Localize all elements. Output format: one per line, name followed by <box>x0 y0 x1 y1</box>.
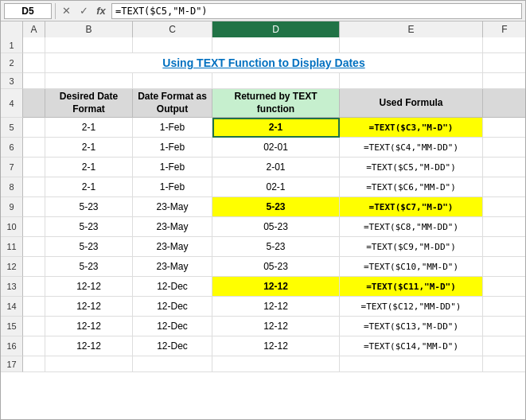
cell-c12[interactable]: 23-May <box>133 257 212 277</box>
row-header-9[interactable]: 9 <box>1 197 23 217</box>
cell-f13[interactable] <box>483 277 525 297</box>
cell-e4[interactable]: Used Formula <box>340 89 483 118</box>
cell-b6[interactable]: 2-1 <box>45 138 133 158</box>
row-header-1[interactable]: 1 <box>1 37 23 53</box>
cell-f9[interactable] <box>483 197 525 217</box>
cell-f7[interactable] <box>483 158 525 177</box>
cell-d15[interactable]: 12-12 <box>212 317 340 336</box>
cell-b1[interactable] <box>45 37 133 53</box>
cell-a17[interactable] <box>23 356 45 372</box>
cell-b8[interactable]: 2-1 <box>45 177 133 197</box>
row-header-4[interactable]: 4 <box>1 89 23 118</box>
cell-d11[interactable]: 5-23 <box>212 237 340 257</box>
cell-c16[interactable]: 12-Dec <box>133 336 212 356</box>
cell-a10[interactable] <box>23 217 45 237</box>
cell-f4[interactable] <box>483 89 525 118</box>
cell-c4[interactable]: Date Format as Output <box>133 89 212 118</box>
cancel-icon[interactable]: ✕ <box>59 4 73 18</box>
cell-c3[interactable] <box>133 73 212 89</box>
cell-b3[interactable] <box>45 73 133 89</box>
cell-d5[interactable]: 2-1 <box>212 118 340 138</box>
cell-b17[interactable] <box>45 356 133 372</box>
cell-d9[interactable]: 5-23 <box>212 197 340 217</box>
col-header-a[interactable]: A <box>23 21 45 37</box>
cell-c1[interactable] <box>133 37 212 53</box>
cell-a16[interactable] <box>23 336 45 356</box>
row-header-5[interactable]: 5 <box>1 118 23 138</box>
cell-f14[interactable] <box>483 297 525 317</box>
cell-d14[interactable]: 12-12 <box>212 297 340 317</box>
cell-d4[interactable]: Returned by TEXT function <box>212 89 340 118</box>
row-header-15[interactable]: 15 <box>1 317 23 336</box>
row-header-6[interactable]: 6 <box>1 138 23 158</box>
confirm-icon[interactable]: ✓ <box>76 4 91 18</box>
row-header-12[interactable]: 12 <box>1 257 23 277</box>
row-header-7[interactable]: 7 <box>1 158 23 177</box>
row-header-14[interactable]: 14 <box>1 297 23 317</box>
cell-a11[interactable] <box>23 237 45 257</box>
cell-c11[interactable]: 23-May <box>133 237 212 257</box>
cell-a2[interactable] <box>23 53 45 73</box>
cell-a12[interactable] <box>23 257 45 277</box>
cell-d7[interactable]: 2-01 <box>212 158 340 177</box>
cell-e7[interactable]: =TEXT($C5,"M-DD") <box>340 158 483 177</box>
cell-e13[interactable]: =TEXT($C11,"M-D") <box>340 277 483 297</box>
cell-f5[interactable] <box>483 118 525 138</box>
cell-a9[interactable] <box>23 197 45 217</box>
cell-c5[interactable]: 1-Feb <box>133 118 212 138</box>
row-header-8[interactable]: 8 <box>1 177 23 197</box>
cell-e12[interactable]: =TEXT($C10,"MM-D") <box>340 257 483 277</box>
cell-d8[interactable]: 02-1 <box>212 177 340 197</box>
row-header-13[interactable]: 13 <box>1 277 23 297</box>
cell-d6[interactable]: 02-01 <box>212 138 340 158</box>
cell-f12[interactable] <box>483 257 525 277</box>
cell-a14[interactable] <box>23 297 45 317</box>
cell-a4[interactable] <box>23 89 45 118</box>
row-header-11[interactable]: 11 <box>1 237 23 257</box>
cell-d10[interactable]: 05-23 <box>212 217 340 237</box>
cell-a7[interactable] <box>23 158 45 177</box>
cell-e3[interactable] <box>340 73 483 89</box>
cell-f8[interactable] <box>483 177 525 197</box>
cell-b10[interactable]: 5-23 <box>45 217 133 237</box>
cell-c7[interactable]: 1-Feb <box>133 158 212 177</box>
cell-f2[interactable] <box>483 53 525 73</box>
cell-f3[interactable] <box>483 73 525 89</box>
cell-e17[interactable] <box>340 356 483 372</box>
row-header-3[interactable]: 3 <box>1 73 23 89</box>
cell-f6[interactable] <box>483 138 525 158</box>
cell-a13[interactable] <box>23 277 45 297</box>
cell-e11[interactable]: =TEXT($C9,"M-DD") <box>340 237 483 257</box>
cell-b11[interactable]: 5-23 <box>45 237 133 257</box>
cell-c17[interactable] <box>133 356 212 372</box>
cell-e8[interactable]: =TEXT($C6,"MM-D") <box>340 177 483 197</box>
col-header-b[interactable]: B <box>45 21 133 37</box>
row-header-17[interactable]: 17 <box>1 356 23 372</box>
cell-b12[interactable]: 5-23 <box>45 257 133 277</box>
cell-a6[interactable] <box>23 138 45 158</box>
cell-f11[interactable] <box>483 237 525 257</box>
title-cell[interactable]: Using TEXT Function to Display Dates <box>45 53 483 73</box>
cell-b9[interactable]: 5-23 <box>45 197 133 217</box>
fx-icon[interactable]: fx <box>94 4 108 18</box>
cell-a8[interactable] <box>23 177 45 197</box>
col-header-d[interactable]: D <box>212 21 340 37</box>
cell-f10[interactable] <box>483 217 525 237</box>
cell-d3[interactable] <box>212 73 340 89</box>
cell-e6[interactable]: =TEXT($C4,"MM-DD") <box>340 138 483 158</box>
cell-b16[interactable]: 12-12 <box>45 336 133 356</box>
cell-a1[interactable] <box>23 37 45 53</box>
cell-d1[interactable] <box>212 37 340 53</box>
cell-reference-box[interactable]: D5 <box>4 3 52 19</box>
cell-e10[interactable]: =TEXT($C8,"MM-DD") <box>340 217 483 237</box>
cell-e16[interactable]: =TEXT($C14,"MM-D") <box>340 336 483 356</box>
cell-f16[interactable] <box>483 336 525 356</box>
row-header-10[interactable]: 10 <box>1 217 23 237</box>
cell-c6[interactable]: 1-Feb <box>133 138 212 158</box>
row-header-16[interactable]: 16 <box>1 336 23 356</box>
cell-c8[interactable]: 1-Feb <box>133 177 212 197</box>
cell-e15[interactable]: =TEXT($C13,"M-DD") <box>340 317 483 336</box>
cell-f17[interactable] <box>483 356 525 372</box>
cell-b7[interactable]: 2-1 <box>45 158 133 177</box>
cell-a3[interactable] <box>23 73 45 89</box>
